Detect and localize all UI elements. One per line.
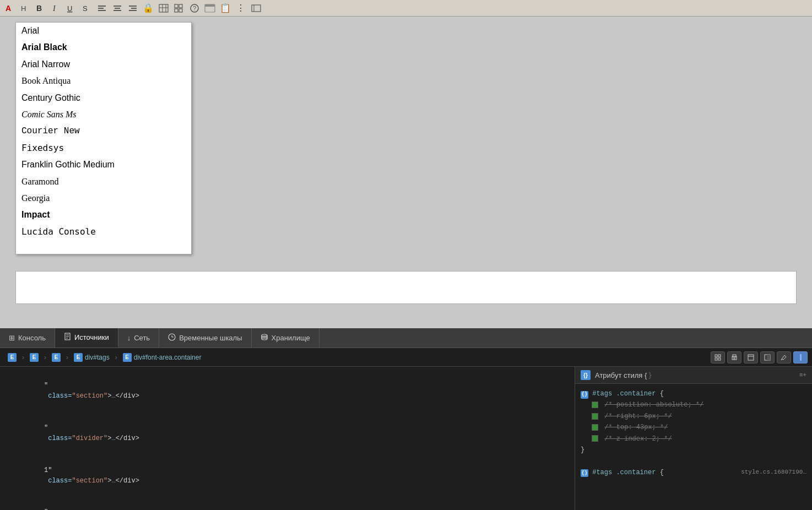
breadcrumb-btn-grid[interactable]	[711, 351, 725, 363]
toolbar-b-icon[interactable]: B	[33, 1, 47, 15]
font-item[interactable]: Century Gothic	[16, 90, 191, 106]
toolbar-align-right-icon[interactable]	[126, 1, 140, 15]
breadcrumb-item-divtags[interactable]: E div#tags	[71, 352, 113, 363]
css-checkbox-2[interactable]	[592, 413, 598, 420]
tab-network[interactable]: ↓ Сеть	[118, 328, 159, 348]
breadcrumb-item-3[interactable]: E	[48, 352, 64, 363]
css-rule1-line4: /* z-index: 2; */	[581, 433, 806, 444]
breadcrumb-item-2[interactable]: E	[26, 352, 42, 363]
svg-text:B: B	[36, 4, 42, 13]
font-item[interactable]: Arial Black	[16, 39, 191, 56]
svg-rect-42	[718, 355, 721, 357]
svg-rect-44	[718, 358, 721, 360]
font-item[interactable]: Comic Sans Ms	[16, 106, 191, 123]
toolbar-preview-icon[interactable]	[203, 1, 217, 15]
breadcrumb-toolbar	[711, 351, 808, 363]
toolbar-s-icon[interactable]: S	[79, 1, 94, 15]
font-item[interactable]: Impact	[16, 207, 191, 223]
breadcrumb-icon-4: E	[74, 353, 83, 362]
font-item[interactable]: Arial Narrow	[16, 56, 191, 73]
css-file-ref[interactable]: style.cs.16807190…	[741, 467, 806, 478]
font-item[interactable]: Georgia	[16, 190, 191, 207]
breadcrumb-btn-pen[interactable]	[777, 351, 791, 363]
breadcrumb-bar: E › E › E › E div#tags › E div#font-area…	[0, 348, 812, 367]
svg-rect-19	[175, 4, 178, 8]
css-close-brace: }	[648, 371, 652, 379]
font-item[interactable]: Courier New	[16, 123, 191, 139]
toolbar-clipboard-icon[interactable]: 📋	[218, 1, 232, 15]
breadcrumb-item-1[interactable]: E	[4, 352, 20, 363]
tab-console[interactable]: ⊞ Консоль	[0, 328, 55, 348]
svg-text:S: S	[83, 4, 88, 13]
css-rule1-selector: {} #tags .container {	[581, 388, 806, 399]
font-dropdown[interactable]: ArialArial BlackArial NarrowBook Antiqua…	[15, 22, 192, 254]
timeline-icon	[168, 333, 176, 343]
font-item[interactable]: Lucida Console	[16, 224, 191, 240]
svg-point-40	[262, 336, 267, 338]
toolbar-align-left-icon[interactable]	[95, 1, 109, 15]
font-item[interactable]: Fixedsys	[16, 140, 191, 156]
toolbar-bold-icon[interactable]: A	[2, 1, 17, 15]
css-panel-header: {} Атрибут стиля { } ≡+	[575, 367, 812, 384]
font-item[interactable]: Book Antiqua	[16, 73, 191, 89]
toolbar-lock-icon[interactable]: 🔒	[141, 1, 155, 15]
toolbar-extra-icon[interactable]	[249, 1, 263, 15]
svg-rect-22	[179, 9, 182, 12]
main-content-area: ArialArial BlackArial NarrowBook Antiqua…	[0, 17, 812, 356]
css-expand-icon[interactable]: ≡+	[799, 371, 806, 379]
css-rule1-icon: {}	[581, 391, 588, 399]
tab-storage[interactable]: Хранилище	[252, 328, 320, 348]
css-rule2-icon: {}	[581, 469, 588, 477]
storage-icon	[261, 333, 268, 343]
toolbar-help-icon[interactable]: ?	[187, 1, 202, 15]
font-item[interactable]: Franklin Gothic Medium	[16, 156, 191, 173]
css-rule1-line2: /* right: 6px; */	[581, 411, 806, 422]
console-label: Консоль	[18, 334, 46, 342]
svg-rect-52	[767, 355, 770, 360]
tab-sources[interactable]: Источники	[55, 328, 118, 348]
toolbar-i-icon[interactable]: I	[48, 1, 63, 15]
console-icon: ⊞	[9, 334, 15, 342]
font-item[interactable]: Arial	[16, 23, 191, 39]
breadcrumb-icon-3: E	[52, 353, 61, 362]
document-area	[15, 271, 797, 304]
breadcrumb-sep-2: ›	[44, 354, 46, 361]
breadcrumb-sep-4: ›	[115, 354, 117, 361]
breadcrumb-icon-1: E	[8, 353, 17, 362]
toolbar-table-icon[interactable]	[156, 1, 171, 15]
devtools-panel: ⊞ Консоль Источники ↓ Сеть Временные шка…	[0, 328, 812, 510]
breadcrumb-btn-window[interactable]	[744, 351, 758, 363]
css-rule1-line1: /* position: absolute; */	[581, 399, 806, 410]
svg-rect-21	[175, 9, 178, 12]
breadcrumb-sep-3: ›	[66, 354, 68, 361]
css-checkbox-3[interactable]	[592, 424, 598, 431]
svg-text:I: I	[52, 4, 56, 13]
toolbar-grid-icon[interactable]	[172, 1, 186, 15]
css-checkbox-1[interactable]	[592, 402, 598, 408]
svg-line-53	[781, 359, 782, 360]
html-line-4: " class="divider">…</div>	[4, 497, 570, 510]
svg-text:≡+: ≡+	[799, 371, 806, 378]
toolbar-h-icon[interactable]: H	[18, 1, 32, 15]
devtools-tabs: ⊞ Консоль Источники ↓ Сеть Временные шка…	[0, 328, 812, 348]
sources-label: Источники	[74, 333, 109, 341]
toolbar-align-center-icon[interactable]	[110, 1, 124, 15]
breadcrumb-label-fontarea: div#font-area.container	[134, 354, 202, 361]
html-content[interactable]: " class="section">…</div> " class="divid…	[0, 367, 575, 510]
breadcrumb-btn-print[interactable]	[727, 351, 741, 363]
breadcrumb-btn-bar[interactable]	[793, 351, 808, 363]
svg-text:H: H	[21, 4, 26, 13]
svg-rect-49	[748, 355, 754, 360]
toolbar-more-icon[interactable]: ⋮	[234, 1, 248, 15]
font-list[interactable]: ArialArial BlackArial NarrowBook Antiqua…	[16, 23, 191, 254]
css-checkbox-4[interactable]	[592, 435, 598, 442]
css-content[interactable]: {} #tags .container { /* position: absol…	[575, 384, 812, 510]
breadcrumb-btn-toggle[interactable]	[760, 351, 775, 363]
font-item[interactable]: Garamond	[16, 173, 191, 190]
css-panel-title: Атрибут стиля {	[595, 371, 647, 379]
toolbar-u-icon[interactable]: U	[64, 1, 78, 15]
tab-timeline[interactable]: Временные шкалы	[159, 328, 251, 348]
html-line-3: 1" class="section">…</div>	[4, 455, 570, 497]
breadcrumb-item-fontarea[interactable]: E div#font-area.container	[120, 352, 205, 363]
sources-icon	[64, 333, 71, 342]
